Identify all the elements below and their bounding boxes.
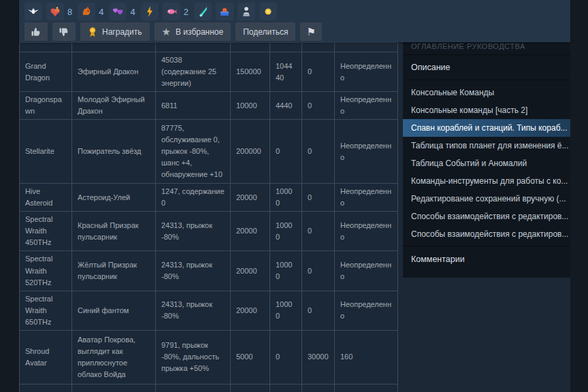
table-cell: Spectral Wraith 520THz bbox=[20, 251, 72, 291]
comet-award-icon[interactable] bbox=[194, 3, 212, 20]
table-cell: Shroud Avatar bbox=[20, 330, 72, 384]
table-cell: 4440 bbox=[270, 92, 302, 120]
table-cell: Dragonspawn bbox=[20, 92, 72, 120]
table-cell: 104440 bbox=[270, 52, 302, 92]
table-cell bbox=[72, 43, 156, 52]
sidebar-item[interactable]: Команды-инструменты для работы с ко... bbox=[403, 172, 570, 190]
table-cell: 0 bbox=[302, 92, 335, 120]
table-cell: 24313, прыжок -80% bbox=[156, 212, 231, 251]
table-row: Spectral Wraith 520THzЖёлтый Призрак пул… bbox=[20, 251, 398, 291]
table-cell: 0 bbox=[270, 120, 302, 184]
report-button[interactable]: ⚑ bbox=[300, 22, 321, 41]
rate-up-button[interactable] bbox=[24, 22, 48, 41]
table-cell: 10000 bbox=[270, 251, 302, 291]
table-cell: Неопределенно bbox=[335, 120, 398, 184]
fox-award-icon[interactable] bbox=[78, 3, 95, 20]
purple-hearts-award-icon[interactable] bbox=[109, 3, 127, 20]
table-cell bbox=[270, 43, 302, 52]
table-cell bbox=[335, 43, 398, 52]
table-cell: 3071 bbox=[270, 384, 302, 392]
table-cell: 45038 (содержание 25 энергии) bbox=[156, 52, 231, 92]
sidebar-item[interactable]: Консольные Команды bbox=[403, 84, 570, 101]
table-cell: Молодой Эфирный Дракон bbox=[72, 92, 156, 120]
table-row: Void DwellingЖилище в Пустоте2543, обнар… bbox=[20, 384, 398, 392]
table-cell: 0 bbox=[302, 184, 335, 212]
fish-award-icon[interactable] bbox=[163, 3, 180, 20]
awards-row: 8 4 4 2 bbox=[24, 3, 281, 20]
table-cell bbox=[156, 43, 231, 52]
table-cell bbox=[302, 43, 335, 52]
sidebar-item-description[interactable]: Описание bbox=[403, 55, 570, 80]
table-cell bbox=[20, 43, 72, 52]
table-cell: Неопределенно bbox=[335, 212, 398, 251]
table-cell: 20000 bbox=[231, 291, 270, 330]
sidebar-item[interactable]: Таблица типов планет для изменения ё... bbox=[403, 137, 570, 154]
table-cell: 8000 bbox=[231, 384, 270, 392]
table-row: StellariteПожиратель звёзд87775, обслужи… bbox=[20, 120, 398, 184]
table-cell: 0 bbox=[302, 291, 335, 330]
table-cell: Grand Dragon bbox=[20, 52, 72, 92]
thumbs-down-icon bbox=[59, 27, 69, 37]
table-cell: 2040 bbox=[302, 384, 335, 392]
gold-orb-award-icon[interactable] bbox=[259, 3, 277, 20]
table-cell: Неопределенно bbox=[335, 52, 398, 92]
sidebar-item[interactable]: Спавн кораблей и станций. Типы кораб... bbox=[403, 119, 570, 137]
table-cell: 5000 bbox=[231, 330, 270, 384]
share-button[interactable]: Поделиться bbox=[235, 22, 295, 41]
award-ribbon-icon bbox=[88, 27, 97, 37]
table-cell: 20000 bbox=[231, 251, 270, 291]
sidebar-item[interactable]: Редактирование сохранений вручную (... bbox=[403, 190, 570, 208]
table-cell: 1247, содержание 0 bbox=[156, 184, 231, 212]
table-cell: 24313, прыжок -80% bbox=[156, 251, 231, 291]
favorite-button[interactable]: ★ В избранное bbox=[154, 22, 231, 41]
sidebar-item[interactable]: Способы взаимодействия с редактиров... bbox=[403, 225, 570, 243]
table-cell: Синий фантом bbox=[72, 291, 156, 330]
table-cell: Неопределенно bbox=[335, 92, 398, 120]
rate-down-button[interactable] bbox=[52, 22, 76, 41]
table-cell: 87775, обслуживание 0, прыжок -80%, шанс… bbox=[156, 120, 231, 184]
table-cell: 160 bbox=[335, 330, 398, 384]
action-buttons-row: Наградить ★ В избранное Поделиться ⚑ bbox=[24, 22, 322, 41]
table-cell: Неопределенно bbox=[335, 184, 398, 212]
table-row: Hive AsteroidАстероид-Улей1247, содержан… bbox=[20, 184, 398, 212]
ships-table: Grand DragonЭфирный Дракон45038 (содержа… bbox=[19, 42, 397, 392]
guide-contents-sidebar: ОГЛАВЛЕНИЕ РУКОВОДСТВА Описание Консольн… bbox=[403, 37, 570, 278]
table-cell: 30000 bbox=[302, 330, 335, 384]
table-row-clipped bbox=[20, 43, 398, 52]
table-cell: 9791, прыжок -80%, дальность прыжка +50% bbox=[156, 330, 231, 384]
sidebar-item[interactable]: Таблица Событий и Аномалий bbox=[403, 154, 570, 172]
heart-flame-award-icon[interactable] bbox=[46, 3, 64, 20]
award-button[interactable]: Наградить bbox=[80, 22, 150, 41]
lightning-award-icon[interactable] bbox=[141, 3, 159, 20]
table-cell: 0 bbox=[302, 120, 335, 184]
table-cell: Пожиратель звёзд bbox=[72, 120, 156, 184]
action-bar: 8 4 4 2 bbox=[19, 0, 570, 42]
wings-award-icon[interactable] bbox=[24, 3, 42, 20]
table-cell: 0 bbox=[302, 52, 335, 92]
award-button-label: Наградить bbox=[102, 27, 142, 37]
table-cell: Spectral Wraith 450THz bbox=[20, 212, 72, 251]
sidebar-item[interactable]: Способы взаимодействия с редактиров... bbox=[403, 208, 570, 225]
ships-table-body: Grand DragonЭфирный Дракон45038 (содержа… bbox=[20, 43, 398, 392]
table-cell bbox=[231, 43, 270, 52]
table-cell: 0 bbox=[302, 251, 335, 291]
table-cell: 2543, обнаружение +5 bbox=[156, 384, 231, 392]
table-cell: 10000 bbox=[270, 184, 302, 212]
table-cell: 20000 bbox=[231, 184, 270, 212]
flag-icon: ⚑ bbox=[306, 27, 315, 37]
table-row: Shroud AvatarАватар Покрова, выглядит ка… bbox=[20, 330, 398, 384]
sidebar-item[interactable]: Консольные команды [часть 2] bbox=[403, 101, 570, 119]
award-count: 4 bbox=[130, 7, 135, 17]
bust-award-icon[interactable] bbox=[238, 3, 255, 20]
table-cell: 24313, прыжок -80% bbox=[156, 291, 231, 330]
table-cell: 20000 bbox=[231, 212, 270, 251]
award-count: 4 bbox=[99, 7, 103, 17]
jelly-box-award-icon[interactable] bbox=[216, 3, 233, 20]
table-row: Spectral Wraith 650THzСиний фантом24313,… bbox=[20, 291, 398, 330]
award-count: 8 bbox=[67, 7, 72, 17]
table-cell: Hive Asteroid bbox=[20, 184, 72, 212]
table-cell: 0 bbox=[335, 384, 398, 392]
sidebar-item-comments[interactable]: Комментарии bbox=[403, 246, 570, 274]
table-cell: Аватар Покрова, выглядит как приплюснуто… bbox=[72, 330, 156, 384]
table-row: Grand DragonЭфирный Дракон45038 (содержа… bbox=[20, 52, 398, 92]
